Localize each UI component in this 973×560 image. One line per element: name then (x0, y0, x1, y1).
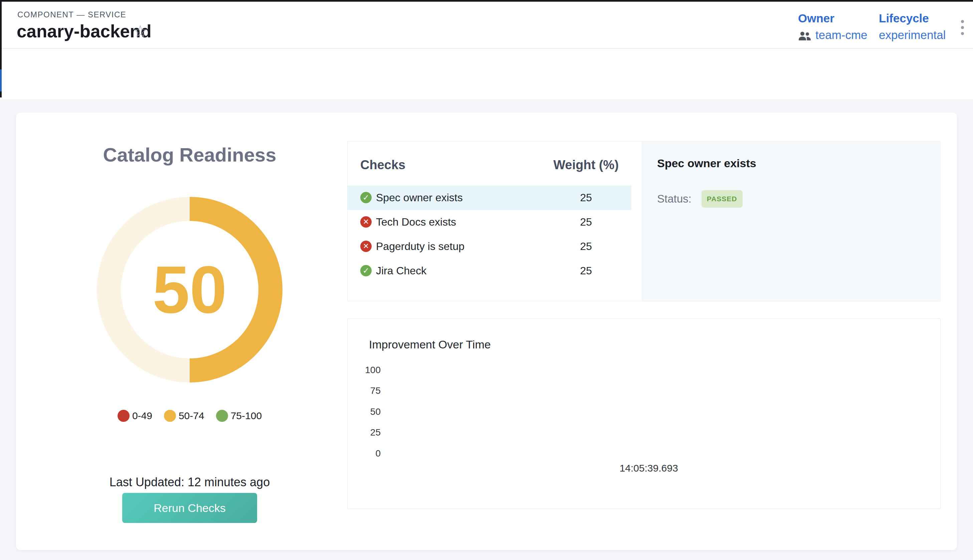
legend-label: 0-49 (132, 410, 152, 422)
y-axis-tick: 75 (347, 385, 381, 396)
legend-item-mid: 50-74 (164, 410, 204, 422)
rerun-checks-button[interactable]: Rerun Checks (122, 493, 257, 523)
status-label: Status: (657, 190, 691, 208)
owner-chip: Owner team-cme (798, 12, 868, 42)
table-row-pagerduty[interactable]: Pagerduty is setup 25 (347, 234, 631, 258)
chart-title: Improvement Over Time (369, 337, 491, 352)
favorite-star-icon[interactable] (132, 23, 149, 40)
improvement-chart-card: Improvement Over Time 100 75 50 25 0 14:… (347, 318, 941, 509)
y-axis-tick: 100 (347, 365, 381, 375)
more-options-kebab-icon[interactable] (956, 15, 969, 39)
y-axis-tick: 50 (347, 407, 381, 417)
y-axis-tick: 0 (347, 448, 381, 459)
last-updated-text: Last Updated: 12 minutes ago (16, 475, 363, 490)
legend-dot-red (117, 410, 130, 422)
owner-label: Owner (798, 12, 868, 25)
table-row-spec-owner[interactable]: Spec owner exists 25 (347, 185, 631, 210)
window-edge-accent (0, 69, 2, 92)
header-divider (0, 48, 973, 49)
check-failed-icon (360, 241, 372, 252)
check-passed-icon (360, 192, 372, 203)
table-row-jira[interactable]: Jira Check 25 (347, 258, 631, 283)
checks-card: Checks Weight (%) Spec owner exists 25 T… (347, 141, 941, 302)
page-header: COMPONENT — SERVICE canary-backend Owner… (0, 0, 973, 99)
checks-table: Spec owner exists 25 Tech Docs exists 25… (347, 185, 631, 283)
legend-item-high: 75-100 (216, 410, 262, 422)
check-name: Spec owner exists (376, 185, 463, 210)
window-edge-top (0, 0, 973, 2)
entity-tabs: Overview CI/CD Scorecard API Dependencie… (0, 49, 973, 99)
scorecard-panel: Catalog Readiness 50 0-49 50-74 75-100 L… (16, 112, 957, 550)
weight-column-header: Weight (%) (536, 158, 636, 172)
entity-page: COMPONENT — SERVICE canary-backend Owner… (0, 0, 973, 560)
gauge-score-value: 50 (97, 197, 282, 382)
lifecycle-chip: Lifecycle experimental (879, 12, 946, 42)
check-passed-icon (360, 265, 372, 276)
check-name: Tech Docs exists (376, 210, 456, 234)
owner-link[interactable]: team-cme (815, 28, 868, 42)
entity-kind-breadcrumb: COMPONENT — SERVICE (17, 10, 126, 19)
legend-dot-green (216, 410, 228, 422)
legend-label: 50-74 (179, 410, 204, 422)
legend-dot-amber (164, 410, 176, 422)
team-group-icon (798, 30, 811, 40)
check-detail-title: Spec owner exists (657, 156, 756, 170)
lifecycle-value: experimental (879, 28, 946, 42)
check-name: Pagerduty is setup (376, 234, 464, 258)
check-weight: 25 (536, 234, 636, 258)
legend-label: 75-100 (231, 410, 262, 422)
table-row-tech-docs[interactable]: Tech Docs exists 25 (347, 210, 631, 234)
legend-item-low: 0-49 (117, 410, 152, 422)
x-axis-tick: 14:05:39.693 (582, 462, 716, 474)
check-status-row: Status: PASSED (657, 190, 743, 208)
check-failed-icon (360, 216, 372, 228)
check-weight: 25 (536, 210, 636, 234)
status-badge: PASSED (701, 190, 743, 208)
gauge-legend: 0-49 50-74 75-100 (16, 409, 363, 423)
y-axis-tick: 25 (347, 427, 381, 438)
check-weight: 25 (536, 258, 636, 283)
check-name: Jira Check (376, 258, 426, 283)
lifecycle-label: Lifecycle (879, 12, 946, 25)
check-detail-panel: Spec owner exists Status: PASSED (642, 142, 941, 301)
chart-plot-area (388, 362, 922, 459)
gauge-title: Catalog Readiness (16, 143, 363, 167)
checks-column-header: Checks (360, 158, 406, 172)
readiness-gauge-chart: 50 (97, 197, 282, 382)
check-weight: 25 (536, 185, 636, 210)
